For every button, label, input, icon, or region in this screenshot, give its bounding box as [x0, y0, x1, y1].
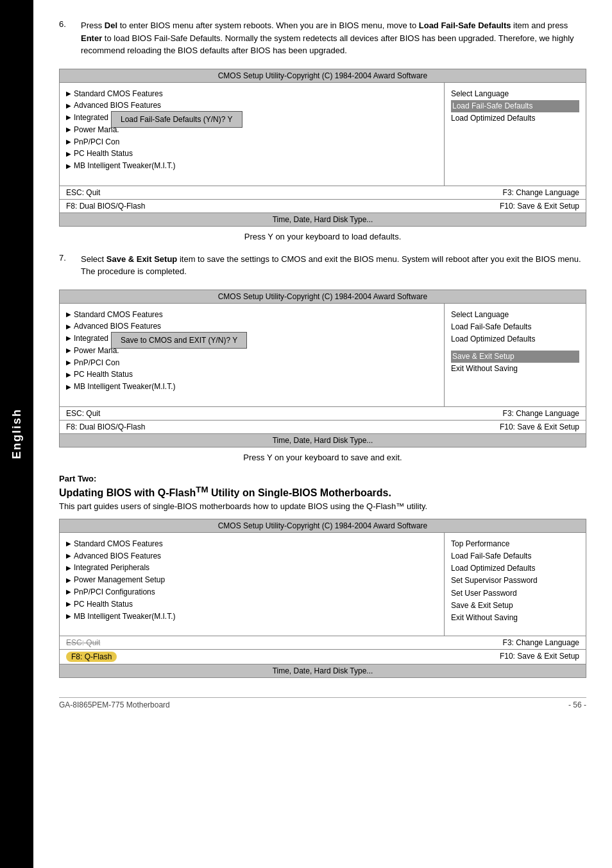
bios1-dialog: Load Fail-Safe Defaults (Y/N)? Y	[111, 111, 242, 128]
step-7-text: Select Save & Exit Setup item to save th…	[81, 253, 586, 278]
bios1-bottom: Time, Date, Hard Disk Type...	[60, 213, 586, 226]
bios2-item-6: ▶ PC Health Status	[66, 369, 444, 381]
footer-left: GA-8I865PEM-775 Motherboard	[59, 700, 170, 709]
bios3-right-3: Load Optimized Defaults	[451, 562, 579, 575]
bios3-footer-row2: F8: Q-Flash F10: Save & Exit Setup	[60, 649, 586, 664]
bios2-right-2: Load Fail-Safe Defaults	[451, 321, 579, 333]
bios2-left: ▶ Standard CMOS Features ▶ Advanced BIOS…	[60, 304, 445, 406]
bios3-item-4: ▶ Power Management Setup	[66, 574, 438, 586]
bios2-right-exit: Exit Without Saving	[451, 363, 579, 375]
bios1-item-7: ▶ MB Intelligent Tweaker(M.I.T.)	[66, 160, 444, 172]
bios1-body: ▶ Standard CMOS Features ▶ Advanced BIOS…	[60, 83, 586, 186]
bios2-right: Select Language Load Fail-Safe Defaults …	[445, 304, 586, 406]
part-two-label: Part Two:	[59, 474, 586, 483]
f8-highlight: F8: Q-Flash	[66, 652, 117, 662]
bios3-item-6: ▶ PC Health Status	[66, 598, 438, 611]
bios3-bottom: Time, Date, Hard Disk Type...	[60, 664, 586, 677]
bios3-body: ▶ Standard CMOS Features ▶ Advanced BIOS…	[60, 533, 586, 636]
bios1-footer-row1: ESC: Quit F3: Change Language	[60, 186, 586, 199]
bios2-f8: F8: Dual BIOS/Q-Flash	[66, 422, 145, 431]
bios2-item-7: ▶ MB Intelligent Tweaker(M.I.T.)	[66, 381, 444, 393]
bios2-item-2: ▶ Advanced BIOS Features	[66, 320, 444, 333]
bios1-left: ▶ Standard CMOS Features ▶ Advanced BIOS…	[60, 83, 445, 186]
bios2-title: CMOS Setup Utility-Copyright (C) 1984-20…	[60, 290, 586, 304]
step-6: 6. Press Del to enter BIOS menu after sy…	[59, 19, 586, 57]
bios1-title: CMOS Setup Utility-Copyright (C) 1984-20…	[60, 69, 586, 83]
main-content: 6. Press Del to enter BIOS menu after sy…	[33, 0, 612, 729]
bios1-esc: ESC: Quit	[66, 188, 100, 197]
bios1-f10: F10: Save & Exit Setup	[500, 202, 579, 211]
bios2-bottom: Time, Date, Hard Disk Type...	[60, 433, 586, 447]
bios3-right-4: Set Supervisor Password	[451, 575, 579, 587]
bios1-item-2: ▶ Advanced BIOS Features	[66, 100, 444, 112]
bios3-right-2: Load Fail-Safe Defaults	[451, 550, 579, 562]
bios1-right-1: Select Language	[451, 88, 579, 100]
bios3-item-5: ▶ PnP/PCI Configurations	[66, 586, 438, 598]
bios2-right-3: Load Optimized Defaults	[451, 333, 579, 345]
bios1-right-3: Load Optimized Defaults	[451, 112, 579, 125]
sidebar-label: English	[10, 408, 24, 459]
bios-screenshot-2: CMOS Setup Utility-Copyright (C) 1984-20…	[59, 290, 586, 447]
bios1-footer-row2: F8: Dual BIOS/Q-Flash F10: Save & Exit S…	[60, 199, 586, 213]
bios1-right: Select Language Load Fail-Safe Defaults …	[445, 83, 586, 186]
bios2-f3: F3: Change Language	[503, 409, 579, 418]
bios3-right: Top Performance Load Fail-Safe Defaults …	[445, 533, 586, 636]
bios3-right-5: Set User Password	[451, 587, 579, 600]
bios2-right-save: Save & Exit Setup	[451, 351, 579, 363]
bios3-right-7: Exit Without Saving	[451, 612, 579, 624]
bios3-esc: ESC: Quit	[66, 638, 100, 647]
bios3-item-7: ▶ MB Intelligent Tweaker(M.I.T.)	[66, 611, 438, 623]
bios2-body: ▶ Standard CMOS Features ▶ Advanced BIOS…	[60, 304, 586, 406]
bios-screenshot-1: CMOS Setup Utility-Copyright (C) 1984-20…	[59, 69, 586, 227]
step-6-text: Press Del to enter BIOS menu after syste…	[81, 19, 586, 57]
step-6-number: 6.	[59, 19, 74, 57]
bios1-item-6: ▶ PC Health Status	[66, 148, 444, 160]
bios2-footer-row2: F8: Dual BIOS/Q-Flash F10: Save & Exit S…	[60, 420, 586, 433]
bios3-title: CMOS Setup Utility-Copyright (C) 1984-20…	[60, 519, 586, 533]
bios-screenshot-3: CMOS Setup Utility-Copyright (C) 1984-20…	[59, 519, 586, 678]
part-two-title: Updating BIOS with Q-FlashTM Utility on …	[59, 485, 586, 499]
bios1-item-5: ▶ PnP/PCI Con	[66, 136, 444, 148]
bios2-esc: ESC: Quit	[66, 409, 100, 418]
bios2-footer-row1: ESC: Quit F3: Change Language	[60, 406, 586, 420]
part-two-section: Part Two: Updating BIOS with Q-FlashTM U…	[59, 474, 586, 511]
bios2-item-5: ▶ PnP/PCI Con	[66, 357, 444, 369]
bios2-dialog: Save to CMOS and EXIT (Y/N)? Y	[111, 332, 247, 349]
bios2-right-1: Select Language	[451, 309, 579, 321]
step-7-number: 7.	[59, 253, 74, 278]
bios3-f3: F3: Change Language	[503, 638, 579, 647]
bios1-f8: F8: Dual BIOS/Q-Flash	[66, 202, 145, 211]
bios3-f8: F8: Q-Flash	[66, 652, 117, 662]
bios1-right-2: Load Fail-Safe Defaults	[451, 100, 579, 112]
bios3-left: ▶ Standard CMOS Features ▶ Advanced BIOS…	[60, 533, 445, 636]
step-7: 7. Select Save & Exit Setup item to save…	[59, 253, 586, 278]
bios3-right-1: Top Performance	[451, 538, 579, 550]
footer-right: - 56 -	[568, 700, 586, 709]
bios1-f3: F3: Change Language	[503, 188, 579, 197]
bios1-item-1: ▶ Standard CMOS Features	[66, 88, 444, 100]
bios3-item-2: ▶ Advanced BIOS Features	[66, 550, 438, 562]
bios3-footer-row1: ESC: Quit F3: Change Language	[60, 636, 586, 649]
part-two-description: This part guides users of single-BIOS mo…	[59, 501, 586, 511]
bios3-item-1: ▶ Standard CMOS Features	[66, 538, 438, 550]
bios2-f10: F10: Save & Exit Setup	[500, 422, 579, 431]
bios3-f10: F10: Save & Exit Setup	[500, 652, 579, 662]
bios2-item-1: ▶ Standard CMOS Features	[66, 309, 444, 321]
bios3-right-6: Save & Exit Setup	[451, 600, 579, 612]
caption-1: Press Y on your keyboard to load default…	[59, 232, 586, 241]
sidebar: English	[0, 0, 33, 868]
bios3-item-3: ▶ Integrated Peripherals	[66, 562, 438, 574]
page-footer: GA-8I865PEM-775 Motherboard - 56 -	[59, 697, 586, 709]
caption-2: Press Y on your keyboard to save and exi…	[59, 453, 586, 462]
